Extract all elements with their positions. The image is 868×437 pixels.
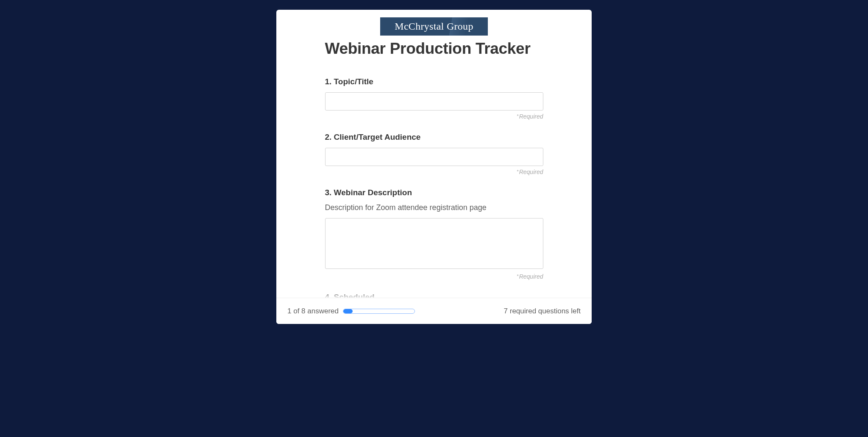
question-3-label: 3. Webinar Description [325, 188, 543, 197]
remaining-count: 7 required questions left [504, 307, 581, 315]
question-2: 2. Client/Target Audience Required [325, 133, 543, 175]
question-3-desc: Description for Zoom attendee registrati… [325, 203, 543, 212]
form-title: Webinar Production Tracker [325, 40, 543, 58]
question-2-label: 2. Client/Target Audience [325, 133, 543, 142]
question-4-label: 4. Scheduled [325, 293, 543, 298]
progress-bar [343, 309, 415, 314]
form-scroll-area[interactable]: McChrystal Group Webinar Production Trac… [276, 10, 592, 298]
form-inner: McChrystal Group Webinar Production Trac… [325, 17, 543, 298]
progress-fill [343, 309, 353, 313]
question-4: 4. Scheduled Delivery Date [325, 293, 543, 298]
topic-title-input[interactable] [325, 92, 543, 111]
question-1-required: Required [325, 113, 543, 120]
question-1-label: 1. Topic/Title [325, 77, 543, 86]
question-3: 3. Webinar Description Description for Z… [325, 188, 543, 280]
client-audience-input[interactable] [325, 148, 543, 166]
webinar-description-input[interactable] [325, 218, 543, 269]
answered-count: 1 of 8 answered [287, 307, 339, 315]
form-footer: 1 of 8 answered 7 required questions lef… [276, 298, 592, 324]
form-card: McChrystal Group Webinar Production Trac… [276, 10, 592, 324]
question-1: 1. Topic/Title Required [325, 77, 543, 120]
question-3-required: Required [325, 273, 543, 280]
logo-wrap: McChrystal Group [325, 17, 543, 36]
question-2-required: Required [325, 169, 543, 175]
brand-logo: McChrystal Group [380, 17, 487, 36]
